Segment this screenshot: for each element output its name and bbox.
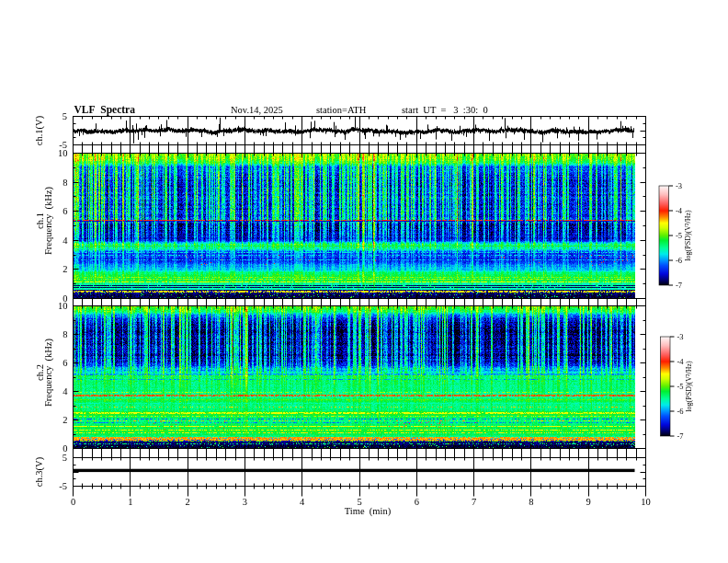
svg-text:1: 1 <box>128 497 132 507</box>
svg-text:-3: -3 <box>676 181 682 190</box>
svg-text:-3: -3 <box>677 332 684 341</box>
svg-text:10: 10 <box>641 497 651 507</box>
svg-text:-7: -7 <box>676 281 682 290</box>
svg-text:6: 6 <box>63 206 67 216</box>
svg-text:-6: -6 <box>676 256 682 265</box>
svg-text:6: 6 <box>63 358 67 368</box>
svg-text:Frequency (kHz): Frequency (kHz) <box>43 186 54 255</box>
svg-text:8: 8 <box>63 329 67 339</box>
svg-text:8: 8 <box>63 178 67 188</box>
svg-text:-5: -5 <box>677 382 684 391</box>
svg-text:-4: -4 <box>676 206 683 215</box>
svg-text:8: 8 <box>529 497 533 507</box>
svg-text:-5: -5 <box>676 231 682 240</box>
svg-text:5: 5 <box>63 453 67 463</box>
svg-text:Nov.14, 2025: Nov.14, 2025 <box>231 105 283 115</box>
svg-text:6: 6 <box>415 497 419 507</box>
svg-text:2: 2 <box>185 497 189 507</box>
svg-text:VLF Spectra: VLF Spectra <box>74 104 136 116</box>
svg-text:7: 7 <box>472 497 476 507</box>
svg-text:ch.1(V): ch.1(V) <box>34 115 45 145</box>
svg-text:log(PSD)(V²/Hz): log(PSD)(V²/Hz) <box>685 361 693 412</box>
svg-text:9: 9 <box>586 497 591 507</box>
svg-text:0: 0 <box>71 497 75 507</box>
svg-text:10: 10 <box>58 148 68 158</box>
svg-text:-5: -5 <box>59 481 67 491</box>
svg-text:start UT = 3 :30: 0: start UT = 3 :30: 0 <box>402 105 488 115</box>
svg-text:5: 5 <box>63 111 67 121</box>
svg-text:station=ATH: station=ATH <box>316 105 367 115</box>
svg-text:ch.3(V): ch.3(V) <box>34 456 45 487</box>
svg-text:Frequency (kHz): Frequency (kHz) <box>43 338 54 407</box>
svg-text:-6: -6 <box>677 407 684 416</box>
svg-text:4: 4 <box>63 236 68 246</box>
svg-text:log(PSD)(V²/Hz): log(PSD)(V²/Hz) <box>684 210 692 261</box>
svg-text:4: 4 <box>63 386 68 396</box>
svg-text:Time (min): Time (min) <box>345 506 392 517</box>
svg-text:3: 3 <box>243 497 247 507</box>
svg-text:-7: -7 <box>677 431 684 441</box>
svg-text:2: 2 <box>63 264 67 274</box>
svg-text:2: 2 <box>63 415 67 425</box>
svg-text:-4: -4 <box>677 357 685 366</box>
svg-text:4: 4 <box>300 497 305 507</box>
svg-text:10: 10 <box>58 301 68 311</box>
